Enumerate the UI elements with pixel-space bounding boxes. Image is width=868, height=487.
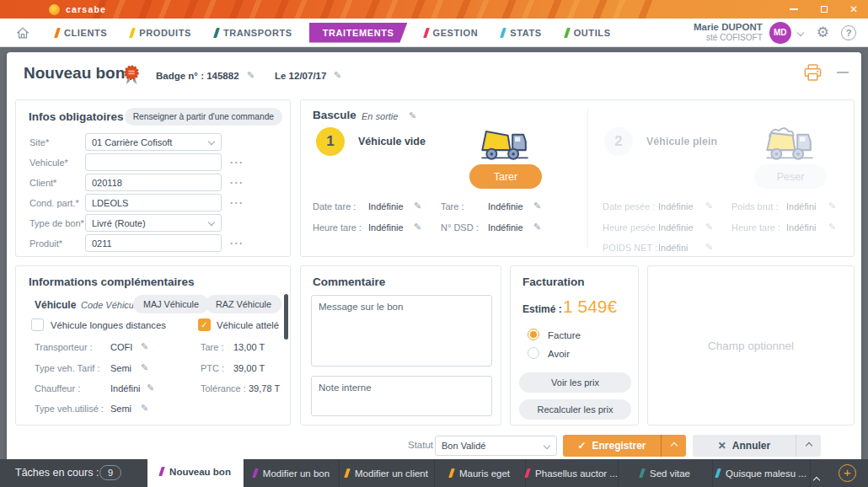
maximize-icon (821, 6, 828, 13)
user-menu-chevron-icon[interactable] (797, 29, 804, 35)
heure-tare2-edit-icon[interactable]: ✎ (828, 222, 836, 233)
cond-part-lookup-button[interactable]: ··· (230, 197, 244, 209)
maj-vehicule-button[interactable]: MAJ Véhicule (133, 295, 209, 313)
nav-item-stats[interactable]: STATS (501, 19, 541, 47)
window-maximize-button[interactable] (810, 0, 839, 19)
chauffeur-value: Indéfini (110, 383, 140, 393)
close-icon: ✕ (849, 3, 858, 15)
nav-item-gestion[interactable]: GESTION (425, 19, 479, 47)
tab-mauris-eget[interactable]: Mauris eget (434, 459, 525, 487)
tare-info-value: 13,00 T (233, 342, 265, 352)
annuler-more-button[interactable] (796, 435, 821, 457)
annuler-button[interactable]: ✕ Annuler (693, 435, 796, 457)
nav-item-outils[interactable]: OUTILS (565, 19, 611, 47)
statut-value: Bon Validé (442, 441, 485, 451)
ptc-value: 39,00 T (233, 363, 265, 373)
tab-label: Modifier un client (355, 468, 428, 479)
type-veh-utilise-edit-icon[interactable]: ✎ (141, 403, 148, 414)
transporteur-value: COFI (110, 342, 132, 352)
titlebar-stripes (80, 0, 653, 19)
heure-pesee-edit-icon[interactable]: ✎ (705, 222, 713, 233)
date-label: Le 12/07/17 (275, 71, 326, 81)
print-button[interactable] (803, 63, 822, 85)
vehicule-lookup-button[interactable]: ··· (230, 157, 244, 169)
transporteur-label: Transporteur : (35, 342, 93, 352)
user-company: sté COFISOFT (694, 33, 763, 44)
tab-sed-vitae[interactable]: Sed vitae (618, 459, 712, 487)
type-veh-tarif-edit-icon[interactable]: ✎ (141, 362, 148, 373)
date-pesee-edit-icon[interactable]: ✎ (705, 201, 713, 211)
tare-info-label: Tare : (201, 342, 224, 352)
message-textarea[interactable] (311, 295, 492, 367)
enregistrer-button[interactable]: ✓ Enregistrer (563, 435, 661, 457)
estimate-label: Estimé : (522, 303, 562, 315)
note-textarea[interactable] (311, 376, 492, 416)
nav-item-clients[interactable]: CLIENTS (56, 19, 107, 47)
home-button[interactable] (15, 25, 30, 40)
tab-phasellus-auctor[interactable]: Phasellus auctor ... (525, 459, 618, 487)
date-edit-icon[interactable]: ✎ (334, 70, 341, 81)
peser-button[interactable]: Peser (754, 164, 827, 189)
help-button[interactable]: ? (841, 25, 856, 40)
taskbar-collapse-button[interactable] (814, 471, 819, 486)
nav-item-label: GESTION (433, 28, 479, 38)
tab-nouveau-bon[interactable]: Nouveau bon (147, 456, 244, 487)
ptc-label: PTC : (201, 363, 224, 373)
poids-brut-edit-icon[interactable]: ✎ (828, 201, 836, 211)
radio-avoir[interactable] (528, 347, 539, 359)
client-input[interactable] (85, 174, 222, 191)
raz-vehicule-button[interactable]: RAZ Véhicule (206, 295, 281, 313)
radio-facture[interactable] (528, 329, 539, 340)
poids-net-edit-icon[interactable]: ✎ (705, 242, 713, 253)
chevron-up-icon (670, 442, 677, 449)
chevron-down-icon (544, 442, 550, 449)
cond-part-input[interactable] (85, 194, 222, 211)
nav-item-produits[interactable]: PRODUITS (131, 19, 191, 47)
heure-tare-edit-icon[interactable]: ✎ (414, 222, 421, 233)
bascule-mode-edit-icon[interactable]: ✎ (409, 110, 416, 121)
produit-lookup-button[interactable]: ··· (230, 238, 244, 249)
tab-slash-icon (639, 468, 646, 478)
settings-button[interactable]: ⚙ (817, 24, 829, 41)
tarer-button[interactable]: Tarer (469, 164, 542, 189)
voir-les-prix-button[interactable]: Voir les prix (519, 372, 631, 393)
tolerance-label: Tolérance : (201, 383, 246, 393)
badge-edit-icon[interactable]: ✎ (247, 70, 255, 81)
tab-modifier-un-bon[interactable]: Modifier un bon (244, 459, 339, 487)
chauffeur-edit-icon[interactable]: ✎ (147, 383, 154, 393)
transporteur-edit-icon[interactable]: ✎ (141, 341, 148, 352)
recalculer-les-prix-button[interactable]: Recalculer les prix (519, 399, 631, 420)
collapse-button[interactable] (837, 72, 849, 73)
nav-item-transports[interactable]: TRANSPORTS (215, 19, 292, 47)
vehicule-input[interactable] (85, 153, 222, 171)
produit-input[interactable] (85, 234, 222, 252)
medal-icon (122, 64, 141, 86)
type-bon-select[interactable]: Livré (Route) (85, 214, 222, 232)
chevron-up-icon (805, 442, 812, 449)
checkbox-vehicule-attele[interactable]: ✓ (198, 318, 211, 331)
avatar[interactable]: MD (769, 22, 791, 44)
window-minimize-button[interactable] (780, 0, 808, 19)
type-veh-utilise-label: Type veh.utilisé : (35, 404, 104, 414)
fill-from-order-button[interactable]: Renseigner à partir d'une commande (125, 108, 282, 126)
statut-select[interactable]: Bon Validé (435, 436, 557, 456)
client-lookup-button[interactable]: ··· (230, 177, 244, 189)
enregistrer-more-button[interactable] (661, 435, 686, 457)
nav-item-traitements[interactable]: TRAITEMENTS (309, 23, 408, 43)
type-veh-tarif-label: Type veh. Tarif : (35, 363, 99, 373)
dsd-edit-icon[interactable]: ✎ (533, 222, 541, 233)
site-select[interactable]: 01 Carrière Cofisoft (85, 133, 222, 151)
tare-edit-icon[interactable]: ✎ (533, 201, 541, 211)
heure-tare-value: Indéfinie (368, 222, 404, 233)
date-tare-edit-icon[interactable]: ✎ (414, 201, 421, 211)
type-veh-tarif-value: Semi (110, 363, 131, 373)
new-tab-button[interactable]: + (839, 464, 856, 482)
window-close-button[interactable]: ✕ (839, 0, 868, 19)
scrollbar-thumb[interactable] (284, 294, 288, 340)
tab-quisque-malesu[interactable]: Quisque malesu ... (712, 459, 811, 487)
tab-slash-icon (252, 468, 259, 478)
checkbox-vehicule-longues-distances[interactable] (31, 318, 44, 331)
bascule-divider (587, 109, 588, 248)
radio-avoir-label: Avoir (548, 349, 570, 359)
tab-modifier-un-client[interactable]: Modifier un client (339, 459, 434, 487)
